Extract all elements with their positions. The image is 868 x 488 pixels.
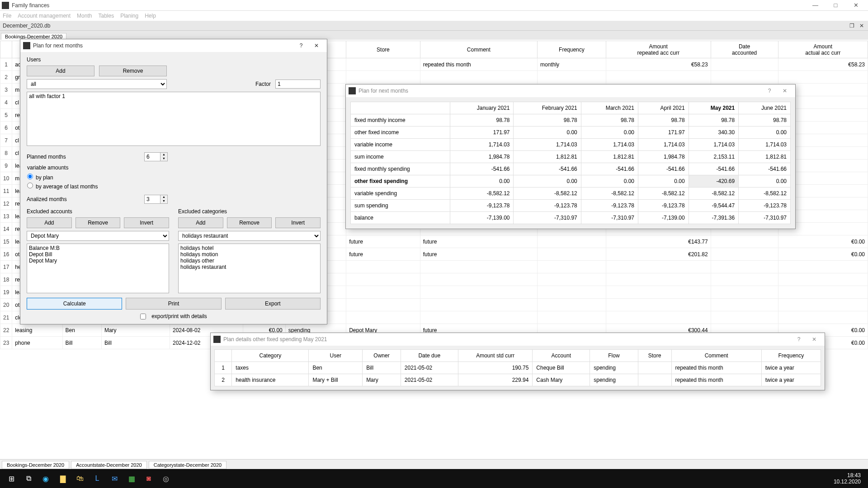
add-category-button[interactable]: Add: [178, 217, 223, 228]
menubar: File Account management Month Tables Pla…: [0, 11, 868, 21]
table-row[interactable]: balance-7,139.00-7,310.97-7,310.97-7,139…: [351, 212, 791, 224]
dialog-icon: [23, 42, 30, 49]
invert-category-button[interactable]: Invert: [275, 217, 321, 228]
table-row[interactable]: 1taxesBenBill2021-05-02190.75Cheque Bill…: [215, 362, 821, 374]
category-select[interactable]: holidays restaurant: [178, 231, 321, 241]
users-label: Users: [27, 56, 321, 63]
mail-icon[interactable]: ✉: [106, 470, 123, 487]
planned-months-label: Planned months: [27, 154, 140, 160]
tab-bookings-btm[interactable]: Bookings-December 2020: [2, 461, 69, 469]
edge-icon[interactable]: ◉: [37, 470, 54, 487]
help-button[interactable]: ?: [762, 84, 777, 97]
remove-category-button[interactable]: Remove: [227, 217, 272, 228]
account-select[interactable]: Depot Mary: [27, 231, 169, 241]
maximize-button[interactable]: □: [826, 0, 846, 11]
menu-planing[interactable]: Planing: [120, 13, 138, 19]
remove-user-button[interactable]: Remove: [99, 66, 167, 76]
table-row[interactable]: fixed monthly income98.7898.7898.7898.78…: [351, 114, 791, 127]
menu-tables[interactable]: Tables: [98, 13, 114, 19]
close-button[interactable]: ✕: [846, 0, 866, 11]
table-row[interactable]: other fixed spending0.000.000.000.00-420…: [351, 175, 791, 188]
details-dialog-title: Plan details other fixed spending May 20…: [223, 336, 791, 343]
factor-label: Factor: [255, 81, 271, 87]
export-details-label: export/print with details: [151, 313, 207, 319]
help-button[interactable]: ?: [791, 333, 807, 346]
sheet-tabstrip: Bookings-December 2020: [0, 31, 868, 40]
table-row[interactable]: variable income1,714.031,714.031,714.031…: [351, 139, 791, 151]
planned-months-spinner[interactable]: ▲▼: [144, 152, 168, 161]
table-row[interactable]: 2health insuranceMary + BillMary2021-05-…: [215, 374, 821, 386]
start-icon[interactable]: ⊞: [3, 470, 20, 487]
db-name: December_2020.db: [3, 23, 50, 29]
menu-month[interactable]: Month: [77, 13, 92, 19]
export-details-checkbox[interactable]: [140, 314, 146, 319]
app3-icon[interactable]: ◙: [140, 470, 157, 487]
result-dialog-title: Plan for next months: [359, 88, 762, 94]
calculate-button[interactable]: Calculate: [27, 298, 122, 310]
plan-dialog: Plan for next months ? ✕ Users Add Remov…: [20, 39, 327, 324]
excluded-accounts-label: Excluded accounts: [27, 208, 169, 215]
factor-input[interactable]: [275, 80, 321, 89]
bottom-tabstrip: Bookings-December 2020 Accountstate-Dece…: [0, 459, 868, 470]
taskview-icon[interactable]: ⧉: [20, 470, 37, 487]
app4-icon[interactable]: ◎: [157, 470, 175, 487]
table-row[interactable]: sum spending-9,123.78-9,123.78-9,123.78-…: [351, 200, 791, 212]
app2-icon[interactable]: ▦: [123, 470, 140, 487]
tab-categorystate[interactable]: Categorystate-December 2020: [149, 461, 226, 469]
list-item[interactable]: holidays other: [180, 258, 318, 264]
list-item[interactable]: holidays motion: [180, 251, 318, 258]
list-item[interactable]: holidays hotel: [180, 245, 318, 251]
analized-months-spinner[interactable]: ▲▼: [144, 195, 168, 204]
explorer-icon[interactable]: ▇: [54, 470, 71, 487]
help-button[interactable]: ?: [293, 39, 309, 52]
user-listbox[interactable]: all with factor 1: [27, 92, 321, 146]
subwindow-restore-icon[interactable]: ❐: [848, 22, 855, 29]
dialog-icon: [213, 336, 221, 343]
taskbar: ⊞ ⧉ ◉ ▇ 🛍 L ✉ ▦ ◙ ◎ 18:43 10.12.2020: [0, 469, 868, 488]
user-select[interactable]: all: [27, 79, 167, 89]
plan-details-table[interactable]: CategoryUserOwnerDate dueAmount std curr…: [214, 349, 821, 386]
menu-account-management[interactable]: Account management: [18, 13, 71, 19]
by-plan-radio[interactable]: by plan: [27, 174, 171, 181]
db-header: December_2020.db ❐ ✕: [0, 21, 868, 31]
details-dialog: Plan details other fixed spending May 20…: [210, 333, 825, 390]
invert-account-button[interactable]: Invert: [124, 217, 169, 228]
add-account-button[interactable]: Add: [27, 217, 72, 228]
app-title: Family finances: [12, 2, 805, 9]
variable-amounts-label: variable amounts: [27, 164, 171, 171]
remove-account-button[interactable]: Remove: [75, 217, 121, 228]
close-button[interactable]: ✕: [309, 39, 324, 52]
table-row[interactable]: other fixed income171.970.000.00171.9734…: [351, 127, 791, 139]
list-item[interactable]: holidays restaurant: [180, 264, 318, 270]
excluded-categories-label: Excluded categories: [178, 208, 321, 215]
export-button[interactable]: Export: [225, 298, 321, 310]
excluded-accounts-listbox[interactable]: Balance M:BDepot BillDepot Mary: [27, 244, 169, 293]
result-dialog: Plan for next months ? ✕ January 2021Feb…: [345, 84, 796, 229]
table-row[interactable]: fixed monthly spending-541.66-541.66-541…: [351, 163, 791, 175]
close-button[interactable]: ✕: [807, 333, 822, 346]
table-row[interactable]: sum income1,984.781,812.811,812.811,984.…: [351, 151, 791, 163]
system-clock[interactable]: 18:43 10.12.2020: [829, 472, 865, 485]
plan-result-table[interactable]: January 2021February 2021March 2021April…: [350, 102, 791, 224]
list-item[interactable]: Balance M:B: [29, 245, 167, 251]
app-icon: [2, 2, 9, 9]
close-button[interactable]: ✕: [777, 84, 793, 97]
tab-accountstate[interactable]: Accountstate-December 2020: [71, 461, 147, 469]
store-icon[interactable]: 🛍: [71, 470, 89, 487]
app1-icon[interactable]: L: [89, 470, 106, 487]
subwindow-close-icon[interactable]: ✕: [858, 22, 865, 29]
main-titlebar: Family finances — □ ✕: [0, 0, 868, 11]
by-average-radio[interactable]: by average of last months: [27, 183, 171, 190]
menu-help[interactable]: Help: [145, 13, 156, 19]
list-item[interactable]: Depot Mary: [29, 258, 167, 264]
analized-months-label: Analized months: [27, 196, 140, 202]
table-row[interactable]: variable spending-8,582.12-8,582.12-8,58…: [351, 188, 791, 200]
dialog-icon: [349, 87, 356, 94]
list-item[interactable]: Depot Bill: [29, 251, 167, 258]
print-button[interactable]: Print: [126, 298, 221, 310]
add-user-button[interactable]: Add: [27, 66, 94, 76]
minimize-button[interactable]: —: [805, 0, 826, 11]
menu-file[interactable]: File: [3, 13, 11, 19]
excluded-categories-listbox[interactable]: holidays hotelholidays motionholidays ot…: [178, 244, 321, 293]
plan-dialog-title: Plan for next months: [33, 42, 293, 49]
